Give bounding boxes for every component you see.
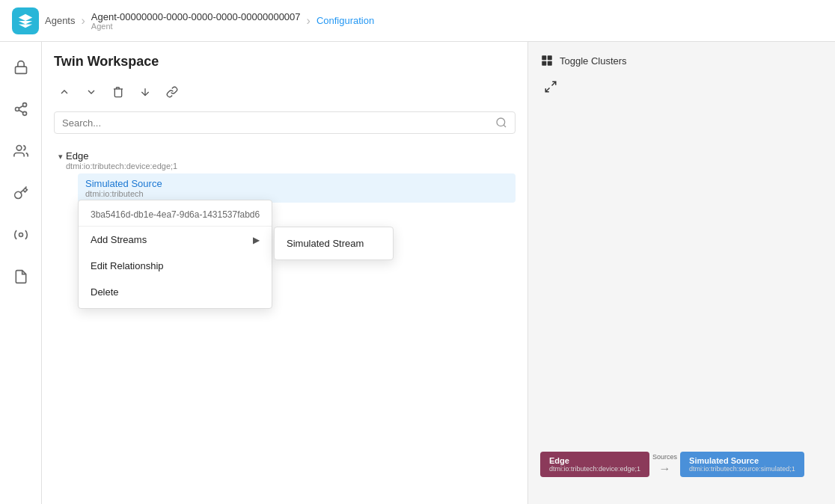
svg-rect-12 xyxy=(548,55,552,60)
edit-relationship-label: Edit Relationship xyxy=(91,260,164,271)
top-nav: Agents › Agent-00000000-0000-0000-0000-0… xyxy=(0,0,835,42)
svg-point-7 xyxy=(19,233,22,237)
configuration-nav[interactable]: Configuration xyxy=(316,15,374,26)
agent-id-label: Agent-00000000-0000-0000-0000-0000000000… xyxy=(91,11,301,22)
svg-rect-13 xyxy=(542,61,546,66)
svg-point-1 xyxy=(22,103,26,107)
svg-line-10 xyxy=(504,125,506,127)
svg-line-5 xyxy=(19,105,23,108)
svg-point-2 xyxy=(15,108,19,111)
toolbar xyxy=(54,82,516,102)
graph-nodes: Edge dtmi:io:tributech:device:edge;1 Sou… xyxy=(540,452,804,477)
context-menu-add-streams[interactable]: Add Streams ▶ xyxy=(79,227,272,253)
arrow-label: Sources xyxy=(652,453,677,461)
svg-rect-14 xyxy=(548,61,552,66)
nav-sep-1: › xyxy=(81,14,85,28)
context-menu-id: 3ba5416d-db1e-4ea7-9d6a-1431537fabd6 xyxy=(79,203,272,227)
sidebar-icon-document[interactable] xyxy=(7,263,34,290)
clusters-icon xyxy=(540,54,554,67)
content: Twin Workspace xyxy=(42,42,835,504)
delete-label: Delete xyxy=(91,286,119,298)
delete-button[interactable] xyxy=(108,82,129,102)
source-node-sub: dtmi:io:tributech:source:simulated;1 xyxy=(689,465,795,473)
toggle-clusters-label: Toggle Clusters xyxy=(560,55,627,67)
logo-icon xyxy=(17,13,34,29)
sidebar-icon-share[interactable] xyxy=(7,96,34,123)
tree-root-node[interactable]: ▾ Edge dtmi:io:tributech:device:edge;1 xyxy=(54,147,516,173)
agent-nav[interactable]: Agent-00000000-0000-0000-0000-0000000000… xyxy=(91,11,301,31)
tree-root-label: Edge xyxy=(66,150,177,162)
edge-node-title: Edge xyxy=(549,456,640,465)
expand-graph-button[interactable] xyxy=(540,76,561,97)
edge-node-sub: dtmi:io:tributech:device:edge;1 xyxy=(549,465,640,473)
tree-root-sub: dtmi:io:tributech:device:edge;1 xyxy=(66,162,177,170)
tree-child-sub: dtmi:io:tributech xyxy=(85,189,508,198)
tree-child-node[interactable]: Simulated Source dtmi:io:tributech xyxy=(78,173,516,203)
sidebar-icon-integration[interactable] xyxy=(7,221,34,248)
reorder-button[interactable] xyxy=(135,82,156,102)
collapse-all-button[interactable] xyxy=(81,82,102,102)
workspace-panel: Twin Workspace xyxy=(42,42,528,504)
svg-line-15 xyxy=(552,82,556,85)
expand-icon xyxy=(544,80,557,93)
submenu: Simulated Stream xyxy=(274,227,394,260)
arrow-line: → xyxy=(659,462,671,476)
svg-point-3 xyxy=(22,111,26,115)
search-input[interactable] xyxy=(62,117,495,129)
link-button[interactable] xyxy=(162,82,183,102)
svg-rect-0 xyxy=(15,67,26,73)
submenu-item-simulated-stream[interactable]: Simulated Stream xyxy=(275,230,393,256)
agents-nav[interactable]: Agents xyxy=(45,15,75,26)
svg-line-16 xyxy=(545,88,549,92)
context-menu: 3ba5416d-db1e-4ea7-9d6a-1431537fabd6 Add… xyxy=(78,200,272,309)
toggle-clusters-button[interactable]: Toggle Clusters xyxy=(540,54,627,67)
search-box xyxy=(54,111,516,134)
right-panel: Toggle Clusters Edge dtmi:io:tributech:d… xyxy=(528,42,835,504)
sidebar-icon-key[interactable] xyxy=(7,179,34,206)
nav-sep-2: › xyxy=(307,14,311,28)
tree-child-label: Simulated Source xyxy=(85,178,508,189)
expand-all-button[interactable] xyxy=(54,82,75,102)
sidebar-icon-lock[interactable] xyxy=(7,54,34,81)
tree-root-labels: Edge dtmi:io:tributech:device:edge;1 xyxy=(66,150,177,170)
main-layout: Twin Workspace xyxy=(0,42,835,504)
context-menu-edit-relationship[interactable]: Edit Relationship xyxy=(79,253,272,279)
add-streams-label: Add Streams xyxy=(91,234,147,245)
panel-title: Twin Workspace xyxy=(54,54,516,70)
svg-line-4 xyxy=(19,110,23,112)
graph-area: Edge dtmi:io:tributech:device:edge;1 Sou… xyxy=(540,106,823,492)
context-menu-delete[interactable]: Delete xyxy=(79,279,272,305)
svg-point-9 xyxy=(497,118,505,126)
source-node-title: Simulated Source xyxy=(689,456,795,465)
graph-arrow: Sources → xyxy=(649,453,680,476)
agent-sub-label: Agent xyxy=(91,22,301,31)
app-logo[interactable] xyxy=(12,7,39,34)
svg-point-6 xyxy=(16,146,22,151)
graph-node-edge[interactable]: Edge dtmi:io:tributech:device:edge;1 xyxy=(540,452,649,477)
submenu-arrow-icon: ▶ xyxy=(253,235,260,245)
tree-root: ▾ Edge dtmi:io:tributech:device:edge;1 S… xyxy=(54,143,516,204)
sidebar-icon-users[interactable] xyxy=(7,138,34,165)
chevron-down-icon: ▾ xyxy=(58,152,63,162)
search-icon xyxy=(495,117,507,129)
sidebar xyxy=(0,42,42,504)
svg-rect-11 xyxy=(542,55,546,60)
graph-node-source[interactable]: Simulated Source dtmi:io:tributech:sourc… xyxy=(680,452,804,477)
